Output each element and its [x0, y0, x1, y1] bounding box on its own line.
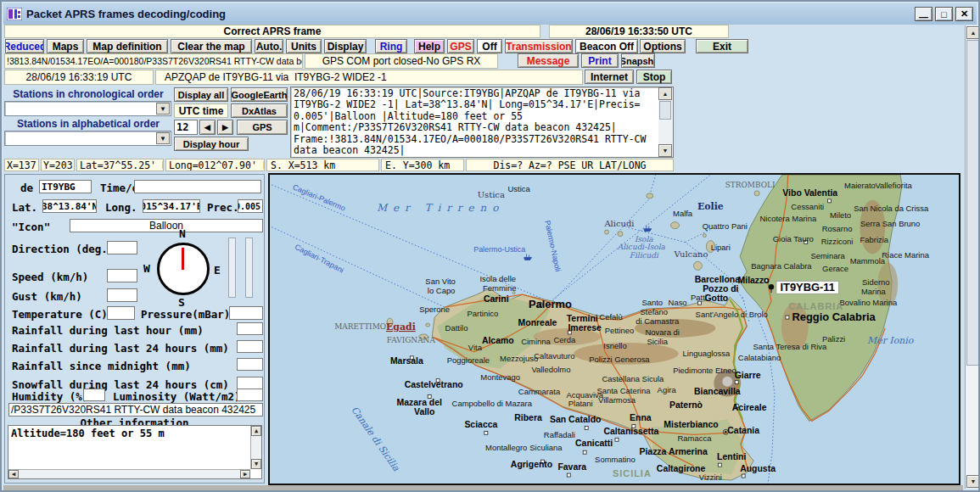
- snapshot-button[interactable]: Snapsh.: [621, 53, 655, 68]
- maps-button[interactable]: Maps: [47, 39, 84, 53]
- scroll-down-icon[interactable]: ▼: [966, 475, 980, 488]
- help-button[interactable]: Help: [414, 39, 445, 53]
- scroll-up-icon[interactable]: ▲: [251, 426, 261, 436]
- alpha-station-dropdown[interactable]: ▼: [4, 131, 171, 146]
- ring-button[interactable]: Ring: [375, 39, 407, 53]
- correct-frame-banner: Correct APRS frame: [4, 25, 540, 38]
- speed-field[interactable]: [107, 269, 137, 282]
- message-button[interactable]: Message: [518, 53, 579, 68]
- map-label: Palermo: [529, 298, 572, 310]
- chevron-down-icon[interactable]: ▼: [156, 103, 170, 115]
- compass-south-label: S: [178, 296, 185, 309]
- temperature-field[interactable]: [107, 306, 135, 320]
- scroll-up-icon[interactable]: ▲: [658, 87, 672, 100]
- callsign-field[interactable]: IT9YBG: [39, 180, 92, 193]
- humidity-field[interactable]: [83, 389, 105, 401]
- map-label: Castelvetrano: [405, 380, 463, 389]
- rain-midnight-field[interactable]: [237, 358, 263, 371]
- prec-field[interactable]: 0.005': [238, 199, 263, 213]
- dxatlas-button[interactable]: DxAtlas: [231, 103, 288, 118]
- scroll-up-icon[interactable]: ▲: [966, 26, 980, 39]
- snow-24h-field[interactable]: [237, 377, 263, 389]
- map-label: Bagnara Calabra: [751, 261, 812, 271]
- map-label: Santa Teresa di Riva: [753, 342, 827, 351]
- lat-field[interactable]: 38^13.84'N: [42, 199, 97, 213]
- map-label: Partinico: [467, 309, 498, 318]
- transmission-button[interactable]: Transmission: [505, 39, 573, 53]
- units-button[interactable]: Units: [286, 39, 322, 53]
- chevron-down-icon[interactable]: ▼: [156, 132, 170, 144]
- options-button[interactable]: Options: [640, 39, 686, 53]
- display-button[interactable]: Display: [324, 39, 367, 53]
- display-all-button[interactable]: Display all: [174, 87, 228, 102]
- map-label: Siculiana: [529, 443, 563, 452]
- map-label: Linguaglossa: [683, 349, 731, 358]
- map-label: Milazzo: [738, 276, 770, 285]
- map-label: Seminara: [810, 251, 845, 260]
- map-label: Canicatti: [575, 439, 613, 448]
- luminosity-field[interactable]: [237, 389, 263, 401]
- pressure-label: Pressure(mBar): [141, 308, 230, 321]
- station-marker-it9ybg-11[interactable]: IT9YBG-11: [769, 281, 839, 294]
- gps-menu-button[interactable]: GPS: [447, 39, 474, 53]
- chrono-station-dropdown[interactable]: ▼: [4, 101, 171, 116]
- map-label: Mammola: [850, 256, 886, 266]
- decode-scrollbar[interactable]: ▲ ▼: [658, 87, 673, 157]
- scroll-left-icon[interactable]: ◀: [8, 470, 19, 478]
- title-bar[interactable]: Packet APRS frames decoding/coding — □ ✕: [3, 3, 977, 25]
- hour-value-field[interactable]: 12: [174, 120, 198, 135]
- scroll-down-icon[interactable]: ▼: [658, 144, 672, 157]
- gust-field[interactable]: [107, 288, 137, 302]
- pressure-field[interactable]: [229, 306, 263, 320]
- map-label: Isola: [635, 235, 653, 243]
- scrollbar-thumb[interactable]: [966, 40, 980, 366]
- scrollbar-thumb[interactable]: [659, 101, 671, 120]
- scroll-down-icon[interactable]: ▼: [251, 459, 261, 469]
- exit-button[interactable]: Exit: [696, 39, 748, 53]
- vertical-slider-right[interactable]: [245, 238, 253, 298]
- icon-field[interactable]: Balloon: [70, 219, 263, 232]
- other-information-textarea[interactable]: Altitude=180 feet or 55 m ▲ ▼ ◀ ▶: [8, 425, 262, 479]
- rain-hour-field[interactable]: [237, 322, 263, 335]
- clear-map-button[interactable]: Clear the map: [171, 39, 252, 53]
- auto-button[interactable]: Auto.: [255, 39, 283, 53]
- comment-field[interactable]: /P33S7T26V320RS41 RTTY-CW data beacon 43…: [8, 403, 263, 417]
- rain-24h-field[interactable]: [237, 340, 263, 353]
- off-button[interactable]: Off: [477, 39, 502, 53]
- long-field[interactable]: 015^34.17'E: [143, 199, 200, 213]
- map-view[interactable]: Cagliari-PalermoCagliari-TrapaniPalermo-…: [268, 173, 960, 485]
- maximize-button[interactable]: □: [935, 7, 953, 21]
- direction-field[interactable]: [107, 241, 137, 254]
- internet-button[interactable]: Internet: [585, 70, 634, 84]
- minimize-button[interactable]: —: [915, 7, 932, 21]
- other-info-vscroll[interactable]: ▲ ▼: [250, 426, 261, 469]
- map-label: Mileto: [830, 210, 851, 220]
- print-button[interactable]: Print: [581, 53, 619, 68]
- map-label: Agira: [658, 385, 677, 394]
- map-vertical-scrollbar[interactable]: ▲ ▼: [965, 25, 980, 489]
- close-button[interactable]: ✕: [955, 7, 973, 21]
- display-hour-button[interactable]: Display hour: [174, 137, 249, 151]
- hour-increment-button[interactable]: ▶: [217, 120, 233, 135]
- aprs-frame-field[interactable]: !3813.84N/01534.17EO/A=000180/P33S7T26V3…: [4, 53, 303, 69]
- map-label: Riace Marina: [882, 250, 929, 260]
- other-info-hscroll[interactable]: ◀ ▶: [8, 469, 250, 478]
- utc-time-label: UTC time: [174, 103, 228, 118]
- beacon-off-button[interactable]: Beacon Off: [575, 39, 638, 53]
- timedate-field[interactable]: [134, 180, 261, 193]
- map-definition-button[interactable]: Map definition: [87, 39, 168, 53]
- stop-button[interactable]: Stop: [636, 70, 672, 84]
- hour-decrement-button[interactable]: ◀: [199, 120, 216, 135]
- sicily-calabria-map[interactable]: Cagliari-PalermoCagliari-TrapaniPalermo-…: [270, 175, 959, 484]
- map-label: Caltavuturo: [534, 351, 574, 361]
- decoded-frame-textarea[interactable]: 28/06/19 16:33:19 UTC|Source:IT9YBG|APZQ…: [290, 87, 674, 158]
- gps-button[interactable]: GPS: [237, 120, 288, 135]
- map-label: Cessaniti: [791, 202, 824, 211]
- map-label: Malfa: [673, 209, 693, 218]
- reduced-button[interactable]: Reduced: [5, 39, 44, 53]
- map-label: Acireale: [732, 403, 767, 412]
- scroll-right-icon[interactable]: ▶: [240, 470, 250, 478]
- map-label: Sant'Angelo di Brolo: [696, 310, 768, 319]
- vertical-slider-left[interactable]: [228, 238, 236, 298]
- googleearth-button[interactable]: GoogleEarth: [231, 87, 288, 102]
